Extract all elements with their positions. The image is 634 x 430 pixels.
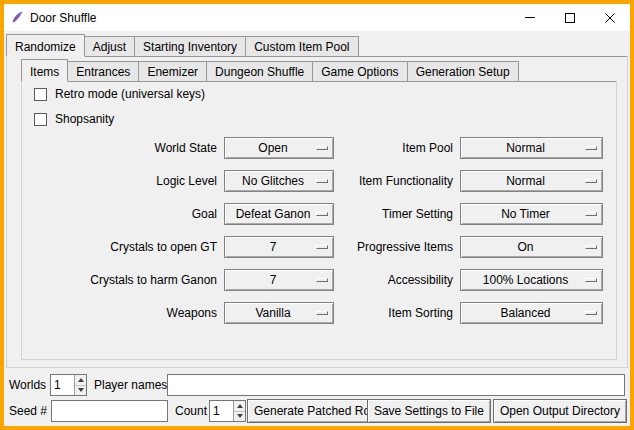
option-label-item-sorting: Item Sorting <box>341 306 453 320</box>
tab-label: Dungeon Shuffle <box>215 65 304 79</box>
arrow-down-icon <box>78 388 84 392</box>
arrow-down-icon <box>237 414 243 418</box>
subtab-generation-setup[interactable]: Generation Setup <box>407 61 519 81</box>
count-input[interactable] <box>210 401 233 421</box>
dropdown-indicator-icon <box>585 212 597 216</box>
dropdown-indicator-icon <box>316 311 328 315</box>
dropdown-indicator-icon <box>585 245 597 249</box>
weapons-dropdown[interactable]: Vanilla <box>224 302 334 324</box>
count-spin-up-button[interactable] <box>234 401 245 411</box>
arrow-up-icon <box>78 378 84 382</box>
item-sorting-dropdown[interactable]: Balanced <box>460 302 603 324</box>
player-names-input[interactable] <box>167 374 625 396</box>
tab-label: Custom Item Pool <box>254 40 349 54</box>
dropdown-indicator-icon <box>316 212 328 216</box>
tab-starting-inventory[interactable]: Starting Inventory <box>134 36 246 56</box>
tab-randomize[interactable]: Randomize <box>6 34 85 57</box>
progressive-items-dropdown[interactable]: On <box>460 236 603 258</box>
arrow-up-icon <box>237 404 243 408</box>
world-state-dropdown[interactable]: Open <box>224 137 334 159</box>
options-grid: World State Open Item Pool Normal Logic … <box>22 137 603 324</box>
minimize-button[interactable] <box>510 4 550 31</box>
dropdown-indicator-icon <box>585 179 597 183</box>
dropdown-value: On <box>517 240 533 254</box>
worlds-spinbox <box>50 374 87 396</box>
tab-label: Generation Setup <box>416 65 510 79</box>
option-label-timer-setting: Timer Setting <box>341 207 453 221</box>
client-area: Randomize Adjust Starting Inventory Cust… <box>4 31 630 426</box>
footer-right-buttons: Save Settings to File Open Output Direct… <box>367 399 627 423</box>
item-pool-dropdown[interactable]: Normal <box>460 137 603 159</box>
option-label-item-functionality: Item Functionality <box>341 174 453 188</box>
dropdown-value: Defeat Ganon <box>236 207 311 221</box>
retro-mode-checkbox[interactable]: Retro mode (universal keys) <box>34 87 205 101</box>
subtab-game-options[interactable]: Game Options <box>312 61 407 81</box>
save-settings-button[interactable]: Save Settings to File <box>367 399 491 423</box>
option-label-world-state: World State <box>22 141 217 155</box>
spin-buttons <box>74 375 86 395</box>
checkbox-box-icon <box>34 88 47 101</box>
app-icon <box>11 11 24 24</box>
tab-label: Game Options <box>321 65 398 79</box>
option-label-accessibility: Accessibility <box>341 273 453 287</box>
subtab-entrances[interactable]: Entrances <box>67 61 139 81</box>
shopsanity-checkbox[interactable]: Shopsanity <box>34 112 114 126</box>
dropdown-indicator-icon <box>585 278 597 282</box>
checkbox-box-icon <box>34 113 47 126</box>
retro-mode-label: Retro mode (universal keys) <box>55 87 205 101</box>
caption-buttons <box>510 4 630 31</box>
dropdown-indicator-icon <box>316 245 328 249</box>
player-names-label: Player names <box>94 374 167 396</box>
subtab-enemizer[interactable]: Enemizer <box>138 61 207 81</box>
dropdown-value: Normal <box>506 174 545 188</box>
close-icon <box>605 13 615 23</box>
option-label-crystals-open-gt: Crystals to open GT <box>22 240 217 254</box>
logic-level-dropdown[interactable]: No Glitches <box>224 170 334 192</box>
dropdown-indicator-icon <box>316 146 328 150</box>
dropdown-indicator-icon <box>316 179 328 183</box>
count-spin-down-button[interactable] <box>234 411 245 422</box>
option-label-item-pool: Item Pool <box>341 141 453 155</box>
tab-label: Enemizer <box>147 65 198 79</box>
dropdown-value: Vanilla <box>255 306 290 320</box>
count-spinbox <box>209 400 246 422</box>
tab-label: Starting Inventory <box>143 40 237 54</box>
tab-custom-item-pool[interactable]: Custom Item Pool <box>245 36 358 56</box>
tab-label: Entrances <box>76 65 130 79</box>
accessibility-dropdown[interactable]: 100% Locations <box>460 269 603 291</box>
main-tabbar: Randomize Adjust Starting Inventory Cust… <box>6 32 628 57</box>
option-label-crystals-harm-ganon: Crystals to harm Ganon <box>22 273 217 287</box>
sub-tabbar: Items Entrances Enemizer Dungeon Shuffle… <box>21 57 617 82</box>
window-title: Door Shuffle <box>30 11 97 25</box>
spin-buttons <box>233 401 245 421</box>
worlds-input[interactable] <box>51 375 74 395</box>
count-label: Count <box>175 400 207 422</box>
seed-input[interactable] <box>51 400 168 422</box>
close-button[interactable] <box>590 4 630 31</box>
dropdown-value: No Timer <box>501 207 550 221</box>
open-output-directory-button[interactable]: Open Output Directory <box>493 399 627 423</box>
tab-adjust[interactable]: Adjust <box>84 36 135 56</box>
crystals-open-gt-dropdown[interactable]: 7 <box>224 236 334 258</box>
dropdown-value: 100% Locations <box>483 273 568 287</box>
subtab-dungeon-shuffle[interactable]: Dungeon Shuffle <box>206 61 313 81</box>
dropdown-value: Normal <box>506 141 545 155</box>
tab-label: Adjust <box>93 40 126 54</box>
option-label-weapons: Weapons <box>22 306 217 320</box>
dropdown-value: No Glitches <box>242 174 304 188</box>
crystals-harm-ganon-dropdown[interactable]: 7 <box>224 269 334 291</box>
option-label-goal: Goal <box>22 207 217 221</box>
worlds-spin-up-button[interactable] <box>75 375 86 385</box>
window: Door Shuffle Randomize Adjust Starting I… <box>0 0 634 430</box>
dropdown-value: Open <box>258 141 287 155</box>
item-functionality-dropdown[interactable]: Normal <box>460 170 603 192</box>
dropdown-indicator-icon <box>585 311 597 315</box>
tab-label: Items <box>30 65 59 79</box>
timer-setting-dropdown[interactable]: No Timer <box>460 203 603 225</box>
goal-dropdown[interactable]: Defeat Ganon <box>224 203 334 225</box>
maximize-button[interactable] <box>550 4 590 31</box>
shopsanity-label: Shopsanity <box>55 112 114 126</box>
subtab-items[interactable]: Items <box>21 59 68 82</box>
worlds-spin-down-button[interactable] <box>75 385 86 396</box>
dropdown-value: 7 <box>270 240 277 254</box>
